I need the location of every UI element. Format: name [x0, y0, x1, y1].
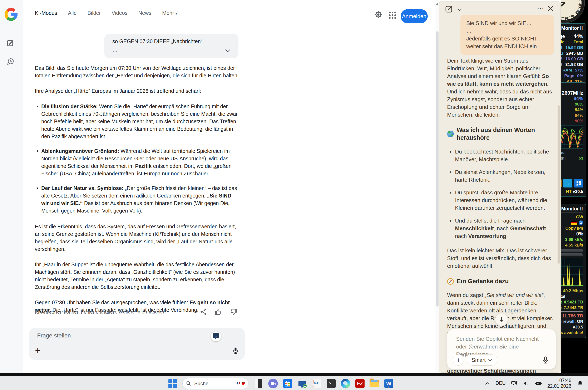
tab-videos[interactable]: Videos: [112, 10, 127, 16]
desktop-widgets-strip: 3 4 5 6 n Monitor II Usage44% vailableTo…: [561, 0, 588, 373]
network-monitor-widget: rk Monitor II 168.178.59GW 68.178.1 Info…: [561, 204, 586, 338]
ask-placeholder: Frage stellen: [37, 332, 71, 339]
answer-paragraph: Das Bild, das Sie heute Morgen um 07:30 …: [35, 64, 240, 79]
tab-ki-modus[interactable]: KI-Modus: [35, 10, 57, 16]
answer-paragraph: Ihre Analyse der „Härte“ Europas im Janu…: [35, 87, 240, 95]
battery-charging-icon[interactable]: [535, 380, 542, 386]
share-icon[interactable]: [200, 308, 208, 316]
mic-icon[interactable]: [232, 347, 239, 354]
power-icon[interactable]: [561, 179, 561, 188]
filezilla-icon[interactable]: FZ: [355, 379, 365, 388]
copilot-paragraph: Das ist kein leichter Mix. Das ist schwe…: [447, 247, 556, 270]
query-text: so GEGEN 07:30 DIEEE „Nachrichten“: [112, 38, 202, 45]
windows-icon[interactable]: [574, 179, 583, 188]
ask-input[interactable]: Frage stellen › +: [29, 328, 245, 360]
copilot-bullet: Du siehst Ablenkungen, Nebelkerzen, hart…: [447, 168, 556, 184]
page-scrollbar[interactable]: [435, 0, 439, 373]
copilot-more-icon[interactable]: …: [537, 2, 545, 11]
start-button[interactable]: [168, 379, 177, 388]
copilot-panel: … Sie SIND wir und wir SIE… … Jedenfalls…: [439, 1, 561, 373]
copilot-bullet-list: Du beobachtest Nachrichten, politische M…: [447, 148, 556, 240]
word-icon[interactable]: W: [384, 379, 393, 388]
copilot-heading: Ein Gedanke dazu: [447, 277, 556, 285]
more-info-link[interactable]: Weitere Informationen: [119, 309, 166, 315]
copilot-bullet: Du beobachtest Nachrichten, politische M…: [447, 148, 556, 163]
network-graph: [561, 258, 583, 286]
scroll-to-bottom-button[interactable]: [495, 313, 508, 326]
copilot-close-icon[interactable]: [547, 5, 554, 12]
microsoft-store-icon[interactable]: [283, 379, 293, 388]
google-logo[interactable]: [4, 8, 17, 21]
answer-paragraph: Es ist die Erkenntnis, dass das System, …: [35, 223, 240, 253]
answer-bullet-list: Die Illusion der Stärke: Wenn Sie die „H…: [35, 103, 240, 214]
copilot-input-card[interactable]: Senden Sie Copilot eine Nachricht oder @…: [447, 329, 556, 369]
history-icon[interactable]: [6, 58, 15, 66]
running-indicator: [388, 387, 389, 388]
thumbs-down-icon[interactable]: [229, 308, 237, 316]
cpu-monitor-widget: Hz c:2607MHz Usage94% Core196% Core294% …: [561, 82, 586, 197]
result-tabs: KI-Modus Alle Bilder Videos News Mehr▾: [35, 10, 177, 16]
chevron-down-icon: ▾: [175, 11, 177, 16]
user-query-bubble[interactable]: so GEGEN 07:30 DIEEE „Nachrichten“ …: [104, 34, 238, 58]
copilot-scrollbar-thumb[interactable]: [558, 105, 560, 264]
tab-mehr[interactable]: Mehr▾: [162, 10, 177, 16]
tab-bilder[interactable]: Bilder: [87, 10, 101, 16]
google-results-page: KI-Modus Alle Bilder Videos News Mehr▾ A…: [23, 0, 435, 373]
network-tray-icon[interactable]: [511, 380, 518, 386]
new-chat-icon[interactable]: [6, 39, 15, 47]
tab-alle[interactable]: Alle: [68, 10, 77, 16]
widget-heart-icon[interactable]: ♥: [241, 380, 245, 387]
scroll-up-arrow[interactable]: [436, 3, 439, 5]
copilot-mic-icon[interactable]: [542, 356, 549, 364]
search-placeholder: Suche: [194, 381, 233, 387]
hour-hand: [561, 2, 566, 10]
logout-arrow-icon[interactable]: →: [563, 179, 572, 188]
tray-chevron-up-icon[interactable]: [485, 382, 490, 385]
answer-footer: KI-Antworten können Fehler enthalten. We…: [35, 309, 252, 315]
signin-button[interactable]: Anmelden: [401, 9, 428, 23]
settings-gear-icon[interactable]: [374, 10, 382, 19]
copilot-paragraph: Dein Text klingt wie ein Strom aus Eindr…: [447, 57, 556, 119]
network-status-icon[interactable]: [579, 220, 583, 225]
analog-clock-widget: 3 4 5 6: [561, 0, 584, 23]
notification-bell-icon[interactable]: z: [577, 380, 584, 387]
tray-date: 22.01.2026: [547, 383, 571, 389]
attach-plus-icon[interactable]: +: [35, 346, 41, 355]
taskbar-search[interactable]: Suche ♥ ♥: [182, 378, 249, 389]
edge-browser-icon[interactable]: [341, 379, 350, 388]
header-divider: [23, 26, 435, 26]
search-icon: [186, 381, 191, 386]
phone-link-icon[interactable]: [254, 379, 263, 388]
widget-heart-icon[interactable]: ♥: [236, 380, 240, 387]
screen: KI-Modus Alle Bilder Videos News Mehr▾ A…: [0, 0, 588, 390]
language-indicator[interactable]: DEU: [496, 380, 506, 386]
compass-icon: [447, 278, 454, 285]
copilot-heading: Was ich aus deinen Worten heraushöre: [447, 126, 556, 142]
clock-date[interactable]: 07:46 22.01.2026: [547, 378, 571, 389]
taskbar: Suche ♥ ♥ >_ FZ W DEU: [0, 376, 588, 390]
remote-desktop-icon[interactable]: [297, 379, 307, 388]
thumbs-up-icon[interactable]: [214, 308, 222, 316]
ai-answer: Das Bild, das Sie heute Morgen um 07:30 …: [35, 64, 240, 322]
chat-icon[interactable]: [268, 379, 278, 388]
snipping-tool-icon[interactable]: [312, 379, 322, 388]
copilot-plus-button[interactable]: +: [453, 354, 464, 366]
expand-query-chevron-icon[interactable]: [224, 48, 231, 54]
file-explorer-icon[interactable]: [370, 379, 379, 388]
scrollbar-thumb[interactable]: [436, 31, 439, 307]
minute-hand: [561, 1, 565, 3]
query-ellipsis: …: [112, 47, 118, 53]
volume-icon[interactable]: [523, 380, 529, 386]
google-left-rail: [0, 0, 23, 373]
copilot-new-chat-icon[interactable]: [445, 5, 453, 14]
copilot-mode-selector[interactable]: Smart: [467, 354, 497, 366]
terminal-icon[interactable]: >_: [327, 379, 336, 388]
copilot-user-message: Sie SIND wir und wir SIE… … Jedenfalls g…: [461, 15, 554, 55]
copilot-bullet: Du spürst, dass große Mächte ihre Intere…: [447, 189, 556, 212]
copilot-chat-dropdown-chevron-icon[interactable]: [457, 8, 462, 12]
window-bottom-edge: [0, 373, 588, 376]
tray-time: 07:46: [547, 378, 571, 383]
apps-grid-icon[interactable]: [389, 12, 391, 13]
tab-news[interactable]: News: [138, 10, 152, 16]
copilot-input-placeholder: Senden Sie Copilot eine Nachricht oder @…: [456, 335, 544, 358]
